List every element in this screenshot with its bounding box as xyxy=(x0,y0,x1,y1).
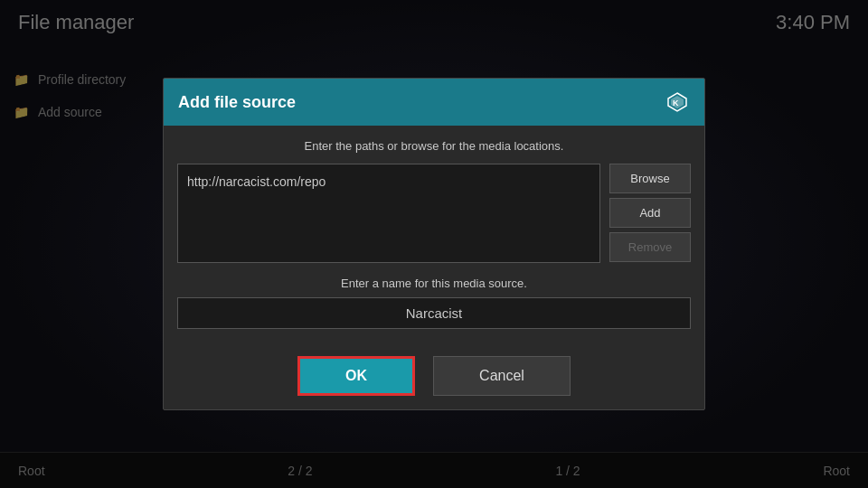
add-button[interactable]: Add xyxy=(609,198,691,228)
name-instruction: Enter a name for this media source. xyxy=(177,277,691,290)
side-buttons: Browse Add Remove xyxy=(609,164,691,263)
remove-button[interactable]: Remove xyxy=(609,232,691,262)
ok-button[interactable]: OK xyxy=(297,356,415,396)
url-text: http://narcacist.com/repo xyxy=(187,174,326,189)
add-file-source-dialog: Add file source K Enter the paths or bro… xyxy=(163,78,705,410)
cancel-button[interactable]: Cancel xyxy=(433,356,571,396)
browse-button[interactable]: Browse xyxy=(609,164,691,193)
top-instruction: Enter the paths or browse for the media … xyxy=(177,139,691,153)
dialog-title: Add file source xyxy=(178,93,296,112)
dialog-overlay: Add file source K Enter the paths or bro… xyxy=(0,0,868,488)
dialog-header: Add file source K xyxy=(164,79,704,126)
url-display-area[interactable]: http://narcacist.com/repo xyxy=(177,164,600,263)
kodi-logo-icon: K xyxy=(665,89,690,115)
dialog-body: Enter the paths or browse for the media … xyxy=(164,126,704,343)
dialog-footer: OK Cancel xyxy=(164,343,704,409)
svg-text:K: K xyxy=(673,99,679,108)
url-row: http://narcacist.com/repo Browse Add Rem… xyxy=(177,164,691,263)
source-name-input[interactable] xyxy=(177,297,691,329)
